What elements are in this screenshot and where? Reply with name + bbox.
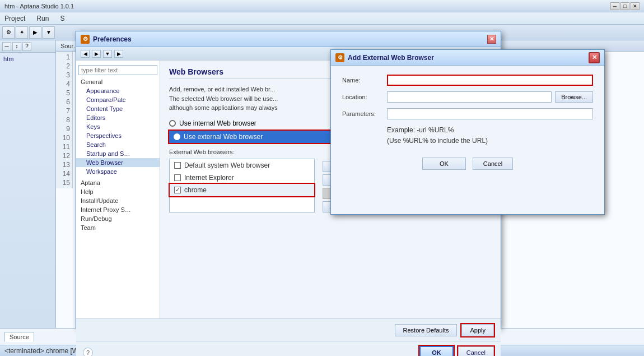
app-title: htm - Aptana Studio 1.0.1 xyxy=(4,3,74,10)
add-browser-buttons: OK Cancel xyxy=(342,158,593,170)
add-browser-titlebar: ⚙ Add External Web Browser ✕ xyxy=(331,50,604,66)
prefs-action-bar: Restore Defaults Apply xyxy=(76,318,501,341)
menu-s[interactable]: S xyxy=(58,13,67,24)
tree-item-team[interactable]: Team xyxy=(76,223,160,232)
prefs-ok-button[interactable]: OK xyxy=(419,346,454,357)
add-browser-body: Name: Location: Browse... Parameters: Ex… xyxy=(331,66,604,179)
tree-item-appearance[interactable]: Appearance xyxy=(76,86,160,95)
tree-item-aptana[interactable]: Aptana xyxy=(76,178,160,187)
source-tab[interactable]: Source xyxy=(4,332,34,342)
prefs-bottom-btns: ? OK Cancel xyxy=(76,341,501,356)
line-5: 5 xyxy=(56,89,72,98)
help-button[interactable]: ? xyxy=(83,348,93,357)
left-panel: ─ ↕ ? htm xyxy=(0,40,56,328)
toolbar-btn-1[interactable]: ⚙ xyxy=(2,26,15,39)
menu-project[interactable]: Project xyxy=(2,13,27,24)
browser-item-default[interactable]: Default system Web browser xyxy=(170,159,314,172)
line-11: 11 xyxy=(56,142,72,151)
tree-item-run-debug[interactable]: Run/Debug xyxy=(76,214,160,223)
toolbar-btn-4[interactable]: ▼ xyxy=(43,26,55,39)
browsers-list: Default system Web browser Internet Expl… xyxy=(169,159,315,212)
parameters-input[interactable] xyxy=(387,108,593,119)
parameters-row: Parameters: xyxy=(342,108,593,119)
forward-button[interactable]: ▶ xyxy=(92,50,101,58)
line-12: 12 xyxy=(56,151,72,160)
line-14: 14 xyxy=(56,169,72,178)
tree-item-keys[interactable]: Keys xyxy=(76,122,160,131)
filter-input[interactable] xyxy=(78,65,157,75)
file-list: htm xyxy=(0,53,55,65)
nav-btn-4[interactable]: ▶ xyxy=(114,50,123,58)
add-ok-button[interactable]: OK xyxy=(422,158,466,170)
line-6: 6 xyxy=(56,98,72,107)
external-browser-label: Use external Web browser xyxy=(184,133,263,141)
example-line2: (Use %URL% to include the URL) xyxy=(387,137,488,145)
tree-item-search[interactable]: Search xyxy=(76,140,160,149)
add-cancel-button[interactable]: Cancel xyxy=(473,158,513,170)
menu-bar: Project Run S xyxy=(0,12,644,25)
chrome-browser-checkbox[interactable] xyxy=(174,187,181,193)
default-browser-checkbox[interactable] xyxy=(174,162,181,169)
tree-item-content-type[interactable]: Content Type xyxy=(76,104,160,113)
tree-item-general[interactable]: General xyxy=(76,77,160,86)
prefs-title: Preferences xyxy=(93,35,487,43)
parameters-label: Parameters: xyxy=(342,110,387,117)
dropdown-button[interactable]: ▼ xyxy=(103,50,112,58)
line-2: 2 xyxy=(56,62,72,71)
line-8: 8 xyxy=(56,115,72,124)
tree-item-perspectives[interactable]: Perspectives xyxy=(76,131,160,140)
location-row: Location: Browse... xyxy=(342,91,593,103)
panel-btn-2[interactable]: ↕ xyxy=(12,42,21,51)
minimize-button[interactable]: ─ xyxy=(610,2,619,10)
add-browser-dialog: ⚙ Add External Web Browser ✕ Name: Locat… xyxy=(330,49,605,215)
tree-item-compare[interactable]: Compare/Patc xyxy=(76,95,160,104)
left-panel-toolbar: ─ ↕ ? xyxy=(0,40,55,53)
add-browser-close-button[interactable]: ✕ xyxy=(589,52,600,63)
line-9: 9 xyxy=(56,124,72,133)
panel-btn-3[interactable]: ? xyxy=(22,42,31,51)
apply-button[interactable]: Apply xyxy=(461,324,494,336)
toolbar-btn-3[interactable]: ▶ xyxy=(29,26,41,39)
prefs-close-button[interactable]: ✕ xyxy=(487,35,496,44)
external-browser-radio[interactable] xyxy=(174,133,180,140)
toolbar-btn-2[interactable]: ✦ xyxy=(16,26,28,39)
prefs-icon: ⚙ xyxy=(81,35,90,44)
close-button[interactable]: ✕ xyxy=(631,2,640,10)
browser-item-ie[interactable]: Internet Explorer xyxy=(170,172,314,184)
browser-item-chrome[interactable]: chrome xyxy=(170,184,314,196)
tree-item-install[interactable]: Install/Update xyxy=(76,196,160,205)
line-numbers: 1 2 3 4 5 6 7 8 9 10 11 12 13 14 15 xyxy=(56,52,73,188)
file-item-htm[interactable]: htm xyxy=(1,55,54,63)
tree-item-web-browser[interactable]: Web Browser xyxy=(76,158,160,167)
line-1: 1 xyxy=(56,53,72,62)
line-3: 3 xyxy=(56,71,72,80)
internal-browser-radio[interactable] xyxy=(169,120,176,127)
ie-browser-name: Internet Explorer xyxy=(184,174,234,182)
line-13: 13 xyxy=(56,160,72,169)
name-label: Name: xyxy=(342,77,387,84)
line-10: 10 xyxy=(56,133,72,142)
example-text: Example: -url %URL% (Use %URL% to includ… xyxy=(342,125,593,146)
tree-item-internet-proxy[interactable]: Internet Proxy S… xyxy=(76,205,160,214)
tree-item-help[interactable]: Help xyxy=(76,187,160,196)
name-input[interactable] xyxy=(387,75,593,86)
location-label: Location: xyxy=(342,94,387,100)
menu-run[interactable]: Run xyxy=(34,13,51,24)
line-4: 4 xyxy=(56,80,72,89)
tree-item-startup[interactable]: Startup and S… xyxy=(76,149,160,158)
tree-item-workspace[interactable]: Workspace xyxy=(76,167,160,176)
internal-browser-label: Use internal Web browser xyxy=(179,119,256,127)
tree-item-editors[interactable]: Editors xyxy=(76,113,160,122)
maximize-button[interactable]: □ xyxy=(620,2,629,10)
collapse-button[interactable]: ─ xyxy=(2,42,11,51)
line-7: 7 xyxy=(56,107,72,115)
location-input[interactable] xyxy=(387,91,552,103)
prefs-cancel-button[interactable]: Cancel xyxy=(458,346,494,357)
back-button[interactable]: ◀ xyxy=(81,50,90,58)
prefs-titlebar: ⚙ Preferences ✕ xyxy=(76,31,501,47)
restore-defaults-button[interactable]: Restore Defaults xyxy=(395,324,458,336)
line-15: 15 xyxy=(56,178,72,187)
name-row: Name: xyxy=(342,75,593,86)
ie-browser-checkbox[interactable] xyxy=(174,174,181,181)
browse-button[interactable]: Browse... xyxy=(555,91,593,103)
